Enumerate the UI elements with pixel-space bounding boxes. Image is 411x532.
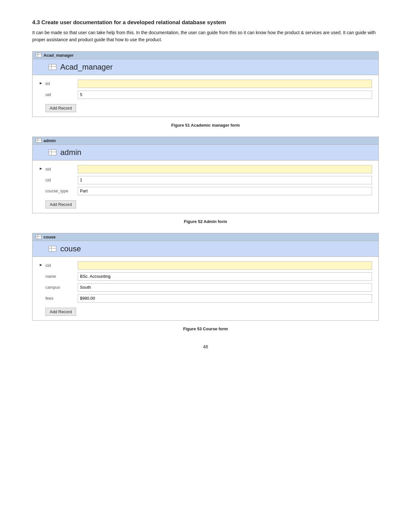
- panel2-fields: sid cid course_type Add Record: [45, 165, 372, 208]
- panel2-header-label: admin: [60, 148, 81, 157]
- panel1-header: Acad_manager: [33, 59, 378, 75]
- panel3-body: ► cid name campus fees Add Record: [33, 257, 378, 320]
- table-icon-1: [36, 53, 42, 57]
- page-number: 48: [32, 344, 379, 349]
- figure-caption-1: Figure 51 Academic manager form: [32, 123, 379, 128]
- input-tid[interactable]: [78, 80, 372, 88]
- panel2-titlebar: admin: [33, 137, 378, 145]
- field-row-campus: campus: [45, 283, 372, 292]
- label-campus: campus: [45, 285, 78, 290]
- panel3-arrow: ►: [39, 261, 45, 316]
- label-sid: sid: [45, 167, 78, 171]
- input-name[interactable]: [78, 272, 372, 281]
- label-cid: cid: [45, 178, 78, 182]
- table-icon-3: [36, 235, 42, 239]
- panel3-titlebar: couse: [33, 233, 378, 241]
- table-icon-2: [36, 138, 42, 143]
- header-table-icon-2: [49, 150, 56, 155]
- header-table-icon-3: [49, 246, 56, 252]
- panel3-fields: cid name campus fees Add Record: [45, 261, 372, 316]
- section-paragraph: It can be made so that user can take hel…: [32, 29, 379, 44]
- input-sid[interactable]: [78, 165, 372, 173]
- input-fees[interactable]: [78, 294, 372, 303]
- panel1-body: ► tid uid Add Record: [33, 75, 378, 117]
- input-cid[interactable]: [78, 176, 372, 184]
- field-row-name: name: [45, 272, 372, 281]
- panel1-header-label: Acad_manager: [60, 63, 113, 72]
- section-title: 4.3 Create user documentation for a deve…: [32, 19, 379, 26]
- field-row-tid: tid: [45, 80, 372, 88]
- panel1-fields: tid uid Add Record: [45, 80, 372, 112]
- field-row-fees: fees: [45, 294, 372, 303]
- field-row-uid: uid: [45, 91, 372, 99]
- field-row-course-type: course_type: [45, 187, 372, 195]
- field-row-cid-couse: cid: [45, 261, 372, 270]
- panel3-header: couse: [33, 241, 378, 257]
- panel1-title-label: Acad_manager: [44, 53, 73, 58]
- panel3-title-label: couse: [44, 235, 56, 239]
- panel3-header-label: couse: [60, 244, 81, 253]
- field-row-sid: sid: [45, 165, 372, 173]
- header-table-icon-1: [49, 64, 56, 70]
- figure-caption-2: Figure 52 Admin form: [32, 219, 379, 224]
- label-uid: uid: [45, 92, 78, 97]
- input-campus[interactable]: [78, 283, 372, 292]
- panel2-title-label: admin: [44, 138, 56, 143]
- field-row-cid: cid: [45, 176, 372, 184]
- panel-admin: admin admin ► sid cid course_type Add Re…: [32, 137, 379, 213]
- label-tid: tid: [45, 81, 78, 86]
- label-course-type: course_type: [45, 189, 78, 193]
- label-cid-couse: cid: [45, 263, 78, 268]
- add-record-btn-2[interactable]: Add Record: [45, 200, 76, 208]
- panel-acad-manager: Acad_manager Acad_manager ► tid uid Add …: [32, 51, 379, 117]
- add-record-btn-1[interactable]: Add Record: [45, 104, 76, 112]
- panel1-titlebar: Acad_manager: [33, 52, 378, 59]
- input-uid[interactable]: [78, 91, 372, 99]
- input-course-type[interactable]: [78, 187, 372, 195]
- panel2-header: admin: [33, 145, 378, 160]
- label-name: name: [45, 274, 78, 279]
- panel1-arrow: ►: [39, 80, 45, 112]
- input-cid-couse[interactable]: [78, 261, 372, 270]
- label-fees: fees: [45, 296, 78, 301]
- panel2-arrow: ►: [39, 165, 45, 208]
- add-record-btn-3[interactable]: Add Record: [45, 308, 76, 316]
- figure-caption-3: Figure 53 Course form: [32, 326, 379, 331]
- panel-couse: couse couse ► cid name campus fees Add R: [32, 233, 379, 321]
- panel2-body: ► sid cid course_type Add Record: [33, 160, 378, 213]
